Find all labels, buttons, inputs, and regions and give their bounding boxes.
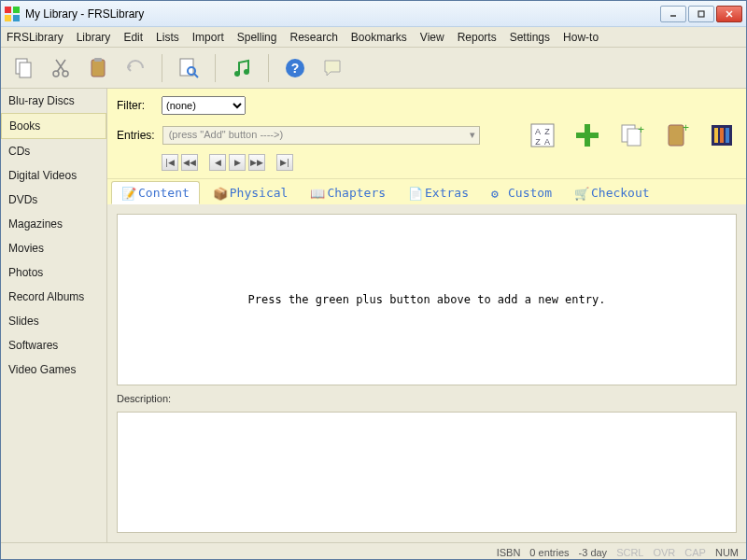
sidebar-item-bluray[interactable]: Blu-ray Discs: [1, 89, 106, 113]
app-icon: [5, 7, 20, 21]
find-icon[interactable]: [174, 53, 204, 83]
menu-bookmarks[interactable]: Bookmarks: [351, 31, 407, 44]
paste-entry-icon[interactable]: +: [662, 120, 692, 150]
titlebar: My Library - FRSLibrary: [1, 1, 746, 27]
minimize-button[interactable]: [660, 6, 686, 22]
menubar: FRSLibrary Library Edit Lists Import Spe…: [1, 27, 746, 48]
filter-select[interactable]: (none): [162, 96, 246, 115]
close-button[interactable]: [716, 6, 742, 22]
empty-message: Press the green plus button above to add…: [248, 293, 606, 306]
sort-az-icon[interactable]: AZZA: [528, 120, 557, 150]
window-title: My Library - FRSLibrary: [25, 7, 660, 21]
edit-icon: 📝: [121, 187, 134, 200]
svg-text:+: +: [638, 123, 644, 136]
svg-rect-36: [714, 128, 718, 143]
sidebar-item-slides[interactable]: Slides: [1, 309, 106, 333]
svg-rect-0: [5, 7, 11, 13]
description-label: Description:: [117, 393, 737, 404]
cut-icon[interactable]: [46, 53, 76, 83]
svg-rect-33: [669, 125, 684, 146]
status-entries: 0 entries: [529, 547, 569, 558]
svg-point-11: [63, 71, 68, 77]
svg-rect-1: [13, 7, 20, 13]
tab-custom[interactable]: ⚙Custom: [482, 181, 561, 204]
nav-first-icon[interactable]: |◀: [162, 154, 178, 171]
tab-physical[interactable]: 📦Physical: [204, 181, 298, 204]
svg-rect-38: [726, 128, 729, 143]
svg-line-12: [57, 60, 65, 72]
svg-rect-29: [576, 133, 599, 138]
help-icon[interactable]: ?: [280, 53, 310, 83]
nav-prev-icon[interactable]: ◀: [209, 154, 226, 171]
sidebar-item-cds[interactable]: CDs: [1, 139, 106, 163]
menu-howto[interactable]: How-to: [563, 31, 599, 44]
svg-text:A: A: [544, 137, 550, 147]
music-icon[interactable]: [227, 53, 257, 83]
copy-icon[interactable]: [8, 53, 38, 83]
main-panel: Press the green plus button above to add…: [117, 214, 737, 385]
sidebar-item-books[interactable]: Books: [1, 113, 106, 139]
paste-icon[interactable]: [83, 53, 113, 83]
library-icon[interactable]: [707, 120, 737, 150]
sidebar-item-softwares[interactable]: Softwares: [1, 333, 106, 357]
nav-last-icon[interactable]: ▶|: [276, 154, 293, 171]
speech-icon[interactable]: [317, 53, 347, 83]
sidebar-item-movies[interactable]: Movies: [1, 236, 106, 260]
box-icon: 📦: [213, 187, 226, 200]
cart-icon: 🛒: [574, 187, 587, 200]
menu-research[interactable]: Research: [289, 31, 337, 44]
sidebar-item-digital-videos[interactable]: Digital Videos: [1, 163, 106, 188]
menu-settings[interactable]: Settings: [510, 31, 550, 44]
workarea: Press the green plus button above to add…: [107, 204, 746, 542]
toolbar: ?: [1, 48, 746, 89]
svg-rect-5: [698, 11, 704, 17]
menu-library[interactable]: Library: [77, 31, 111, 44]
filter-bar: Filter: (none) Entries: (press "Add" but…: [107, 89, 746, 179]
svg-rect-15: [94, 58, 102, 62]
nav-next-icon[interactable]: ▶: [229, 154, 246, 171]
nav-prev-page-icon[interactable]: ◀◀: [181, 154, 198, 171]
menu-import[interactable]: Import: [192, 31, 224, 44]
status-cap: CAP: [684, 547, 706, 558]
menu-lists[interactable]: Lists: [156, 31, 179, 44]
statusbar: ISBN 0 entries -3 day SCRL OVR CAP NUM: [1, 542, 746, 560]
svg-line-13: [56, 60, 64, 72]
menu-frslibrary[interactable]: FRSLibrary: [7, 31, 63, 44]
add-button[interactable]: [572, 120, 602, 150]
menu-view[interactable]: View: [420, 31, 444, 44]
sidebar-item-video-games[interactable]: Video Games: [1, 357, 106, 382]
status-num: NUM: [715, 547, 739, 558]
menu-edit[interactable]: Edit: [123, 31, 143, 44]
sidebar: Blu-ray Discs Books CDs Digital Videos D…: [1, 89, 107, 542]
status-isbn: ISBN: [497, 547, 521, 558]
nav-next-page-icon[interactable]: ▶▶: [248, 154, 265, 171]
svg-point-10: [53, 71, 59, 77]
sidebar-item-record-albums[interactable]: Record Albums: [1, 285, 106, 309]
tab-content[interactable]: 📝Content: [111, 181, 200, 204]
description-box[interactable]: [117, 412, 737, 533]
sidebar-item-magazines[interactable]: Magazines: [1, 212, 106, 236]
status-ovr: OVR: [653, 547, 675, 558]
svg-point-20: [244, 69, 249, 75]
tab-chapters[interactable]: 📖Chapters: [301, 181, 395, 204]
sidebar-item-dvds[interactable]: DVDs: [1, 188, 106, 212]
svg-rect-3: [13, 15, 20, 21]
svg-point-19: [234, 71, 240, 77]
tab-extras[interactable]: 📄Extras: [399, 181, 478, 204]
undo-icon[interactable]: [120, 53, 150, 83]
tabs: 📝Content 📦Physical 📖Chapters 📄Extras ⚙Cu…: [107, 179, 746, 204]
menu-reports[interactable]: Reports: [458, 31, 497, 44]
menu-spelling[interactable]: Spelling: [237, 31, 277, 44]
tab-checkout[interactable]: 🛒Checkout: [565, 181, 659, 204]
entries-combo[interactable]: (press "Add" button ---->): [162, 126, 480, 145]
svg-rect-2: [5, 15, 11, 21]
svg-rect-14: [92, 60, 105, 77]
maximize-button[interactable]: [688, 6, 714, 22]
filter-label: Filter:: [117, 99, 154, 112]
copy-entry-icon[interactable]: +: [617, 120, 647, 150]
status-scrl: SCRL: [616, 547, 643, 558]
svg-text:A: A: [535, 127, 541, 136]
book-icon: 📖: [310, 187, 323, 200]
svg-line-18: [194, 74, 198, 77]
sidebar-item-photos[interactable]: Photos: [1, 260, 106, 285]
